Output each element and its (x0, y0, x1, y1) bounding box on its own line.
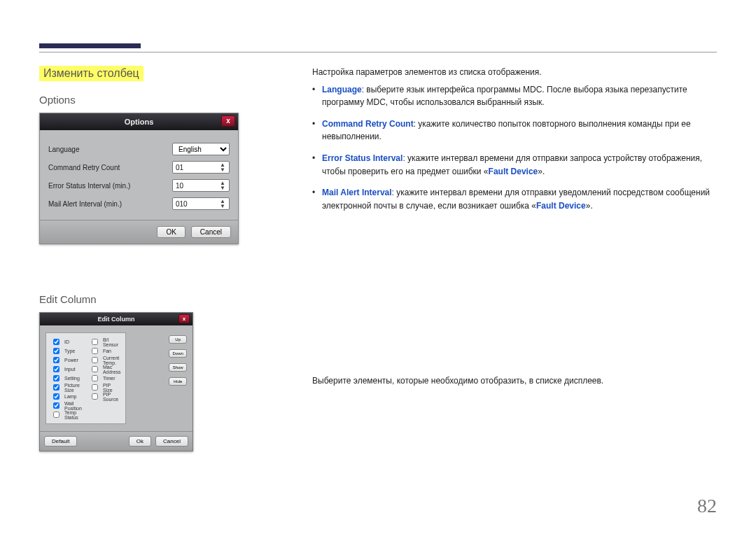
column-checkbox[interactable] (53, 348, 59, 354)
cancel-button[interactable]: Cancel (155, 436, 188, 447)
bullet-key: Language (322, 85, 362, 94)
column-checkbox-label: Lamp (64, 394, 77, 399)
column-checkbox-row[interactable]: Wall Position (50, 401, 82, 410)
column-checkbox[interactable] (53, 375, 59, 381)
up-button[interactable]: Up (169, 335, 187, 344)
retry-label: Command Retry Count (48, 164, 120, 171)
options-dialog-body: Language English Command Retry Count 01▲… (40, 130, 238, 220)
column-checkbox[interactable] (53, 393, 59, 400)
options-heading: Options (39, 94, 242, 106)
header-accent-bar (39, 43, 141, 48)
language-select[interactable]: English (172, 143, 230, 155)
reorder-buttons: UpDownShowHide (169, 332, 187, 424)
fault-device-term: Fault Device (536, 201, 586, 211)
column-checkbox[interactable] (53, 366, 59, 372)
header-rule (39, 52, 717, 52)
column-checkbox[interactable] (53, 384, 59, 391)
hide-button[interactable]: Hide (169, 377, 187, 386)
section-title: Изменить столбец (39, 66, 144, 81)
column-checkbox-label: Timer (103, 376, 115, 381)
column-checkbox-row[interactable]: PIP Source (89, 392, 121, 401)
edit-column-heading: Edit Column (39, 293, 242, 305)
column-checkbox[interactable] (92, 339, 98, 345)
down-button[interactable]: Down (169, 349, 187, 358)
options-bullet: Command Retry Count: укажите количество … (312, 118, 717, 143)
close-icon[interactable]: x (221, 115, 235, 127)
edit-column-dialog: Edit Column x IDTypePowerInputSettingPic… (39, 312, 193, 451)
column-checkbox-row[interactable]: B/l Sensor (89, 337, 121, 346)
column-checkbox[interactable] (92, 384, 98, 391)
right-column: Настройка параметров элементов из списка… (312, 66, 717, 451)
edit-column-body: IDTypePowerInputSettingPicture SizeLampW… (40, 325, 192, 431)
column-checkbox-row[interactable]: Temp Status (50, 410, 82, 419)
mail-interval-stepper[interactable]: 010▲▼ (172, 197, 230, 210)
column-checkbox-label: Mac Address (103, 365, 121, 374)
edit-column-footer: Default Ok Cancel (40, 431, 192, 451)
column-checkbox-row[interactable]: ID (50, 337, 82, 346)
ok-button[interactable]: OK (157, 226, 185, 238)
options-dialog-title: Options (125, 118, 154, 126)
column-checkbox-label: Picture Size (64, 383, 82, 393)
language-label: Language (48, 146, 80, 153)
column-checkbox-row[interactable]: Current Temp. (89, 356, 121, 365)
cancel-button[interactable]: Cancel (191, 226, 231, 238)
column-checkbox[interactable] (53, 412, 59, 418)
column-checkbox-row[interactable]: Power (50, 356, 82, 365)
column-checkbox[interactable] (92, 375, 98, 381)
column-checkbox-row[interactable]: Setting (50, 374, 82, 383)
column-checkbox[interactable] (92, 393, 98, 400)
column-checkbox[interactable] (92, 366, 98, 372)
options-intro: Настройка параметров элементов из списка… (312, 66, 717, 79)
column-checkbox-label: ID (64, 339, 69, 344)
fault-device-term: Fault Device (489, 167, 538, 176)
options-dialog-footer: OK Cancel (40, 220, 238, 244)
bullet-key: Mail Alert Interval (322, 188, 392, 197)
column-checkbox-label: Input (64, 367, 76, 372)
column-checkbox-label: B/l Sensor (103, 337, 121, 347)
edit-column-titlebar: Edit Column x (40, 313, 192, 325)
mail-interval-label: Mail Alert Interval (min.) (48, 200, 122, 208)
column-checkbox[interactable] (53, 339, 59, 345)
bullet-key: Command Retry Count (322, 119, 414, 129)
options-dialog-titlebar: Options x (40, 113, 238, 130)
options-bullet: Language: выберите язык интерфейса прогр… (312, 83, 717, 109)
bullet-key: Error Status Interval (322, 153, 402, 163)
options-bullets: Language: выберите язык интерфейса прогр… (312, 83, 717, 213)
column-checkbox[interactable] (53, 402, 59, 409)
ok-button[interactable]: Ok (129, 436, 151, 447)
column-checkbox-row[interactable]: Lamp (50, 392, 82, 401)
error-interval-label: Error Status Interval (min.) (48, 182, 130, 190)
column-checkbox-label: Current Temp. (103, 356, 121, 365)
column-checkbox-label: Setting (64, 376, 80, 381)
retry-stepper[interactable]: 01▲▼ (172, 161, 230, 174)
options-dialog: Options x Language English Command Retry… (39, 113, 239, 244)
show-button[interactable]: Show (169, 363, 187, 372)
edit-column-desc: Выберите элементы, которые необходимо от… (312, 374, 717, 388)
error-interval-stepper[interactable]: 10▲▼ (172, 179, 230, 192)
column-checkbox-label: PIP Size (103, 383, 121, 393)
edit-column-title: Edit Column (98, 316, 135, 323)
column-checkbox-label: Fan (103, 349, 111, 353)
default-button[interactable]: Default (44, 436, 77, 447)
column-checkbox-label: Wall Position (64, 401, 82, 411)
left-column: Изменить столбец Options Options x Langu… (39, 66, 242, 451)
content-columns: Изменить столбец Options Options x Langu… (39, 39, 717, 451)
column-checkbox-row[interactable]: Fan (89, 346, 121, 356)
close-icon[interactable]: x (178, 314, 190, 323)
column-checkbox[interactable] (92, 348, 98, 354)
column-checkbox-label: Power (64, 358, 78, 363)
column-checkbox-row[interactable]: Mac Address (89, 365, 121, 374)
column-checkbox-label: Type (64, 349, 75, 353)
options-bullet: Error Status Interval: укажите интервал … (312, 152, 717, 178)
manual-page: Изменить столбец Options Options x Langu… (0, 0, 756, 534)
column-checkbox-row[interactable]: PIP Size (89, 383, 121, 392)
column-checkbox-label: PIP Source (103, 392, 121, 402)
column-list: IDTypePowerInputSettingPicture SizeLampW… (46, 332, 126, 424)
column-checkbox[interactable] (53, 357, 59, 363)
column-checkbox-row[interactable]: Input (50, 365, 82, 374)
column-checkbox-row[interactable]: Picture Size (50, 383, 82, 392)
column-checkbox-row[interactable]: Timer (89, 374, 121, 383)
page-number: 82 (697, 495, 717, 517)
column-checkbox[interactable] (92, 357, 98, 363)
column-checkbox-row[interactable]: Type (50, 346, 82, 356)
